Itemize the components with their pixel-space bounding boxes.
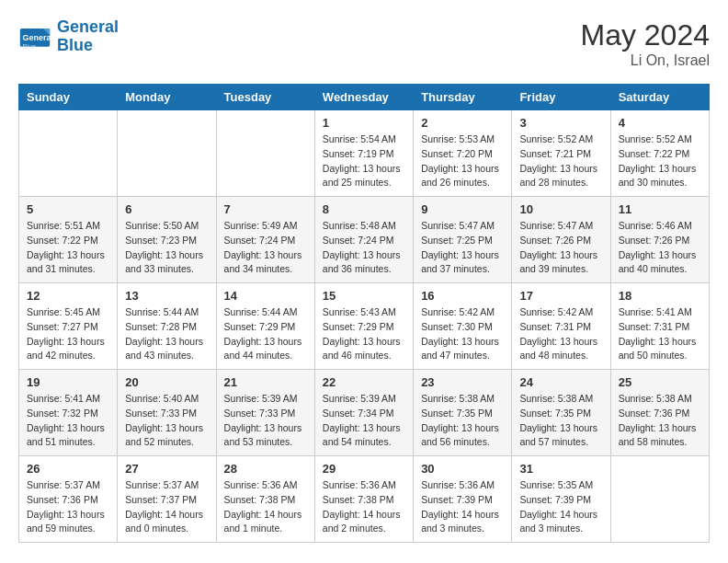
day-info: Sunrise: 5:53 AMSunset: 7:20 PMDaylight:… xyxy=(421,132,504,190)
svg-text:Blue: Blue xyxy=(23,41,36,50)
calendar-cell: 16Sunrise: 5:42 AMSunset: 7:30 PMDayligh… xyxy=(414,283,512,370)
day-number: 7 xyxy=(224,202,307,216)
calendar-cell: 13Sunrise: 5:44 AMSunset: 7:28 PMDayligh… xyxy=(118,283,216,370)
calendar-cell xyxy=(19,110,118,197)
day-info: Sunrise: 5:41 AMSunset: 7:32 PMDaylight:… xyxy=(27,392,109,450)
day-info: Sunrise: 5:41 AMSunset: 7:31 PMDaylight:… xyxy=(619,305,701,363)
day-info: Sunrise: 5:45 AMSunset: 7:27 PMDaylight:… xyxy=(27,305,109,363)
calendar-cell: 15Sunrise: 5:43 AMSunset: 7:29 PMDayligh… xyxy=(314,283,413,370)
calendar-cell: 31Sunrise: 5:35 AMSunset: 7:39 PMDayligh… xyxy=(512,456,610,543)
day-number: 23 xyxy=(421,375,504,389)
day-info: Sunrise: 5:42 AMSunset: 7:30 PMDaylight:… xyxy=(421,305,504,363)
day-info: Sunrise: 5:37 AMSunset: 7:37 PMDaylight:… xyxy=(125,478,208,536)
calendar-table: SundayMondayTuesdayWednesdayThursdayFrid… xyxy=(18,84,710,543)
weekday-header-row: SundayMondayTuesdayWednesdayThursdayFrid… xyxy=(19,85,710,110)
day-number: 5 xyxy=(27,202,109,216)
calendar-cell: 6Sunrise: 5:50 AMSunset: 7:23 PMDaylight… xyxy=(118,197,216,283)
calendar-cell: 27Sunrise: 5:37 AMSunset: 7:37 PMDayligh… xyxy=(118,456,216,543)
calendar-cell: 5Sunrise: 5:51 AMSunset: 7:22 PMDaylight… xyxy=(19,197,118,283)
day-number: 14 xyxy=(224,289,307,303)
day-info: Sunrise: 5:54 AMSunset: 7:19 PMDaylight:… xyxy=(323,132,405,190)
calendar-cell: 21Sunrise: 5:39 AMSunset: 7:33 PMDayligh… xyxy=(216,370,314,456)
weekday-header: Friday xyxy=(512,85,610,110)
logo-general: General xyxy=(57,17,119,36)
day-info: Sunrise: 5:35 AMSunset: 7:39 PMDaylight:… xyxy=(519,478,602,536)
day-number: 24 xyxy=(519,375,602,389)
svg-text:General: General xyxy=(23,32,52,41)
calendar-cell: 25Sunrise: 5:38 AMSunset: 7:36 PMDayligh… xyxy=(610,370,709,456)
month-year: May 2024 xyxy=(580,18,710,52)
day-info: Sunrise: 5:51 AMSunset: 7:22 PMDaylight:… xyxy=(27,219,109,277)
day-number: 12 xyxy=(27,289,109,303)
calendar-cell: 29Sunrise: 5:36 AMSunset: 7:38 PMDayligh… xyxy=(314,456,413,543)
calendar-cell xyxy=(610,456,709,543)
calendar-week-row: 5Sunrise: 5:51 AMSunset: 7:22 PMDaylight… xyxy=(19,197,710,283)
calendar-week-row: 12Sunrise: 5:45 AMSunset: 7:27 PMDayligh… xyxy=(19,283,710,370)
day-number: 4 xyxy=(619,116,701,130)
calendar-cell: 14Sunrise: 5:44 AMSunset: 7:29 PMDayligh… xyxy=(216,283,314,370)
calendar-cell: 2Sunrise: 5:53 AMSunset: 7:20 PMDaylight… xyxy=(414,110,512,197)
day-number: 30 xyxy=(421,462,504,476)
day-info: Sunrise: 5:42 AMSunset: 7:31 PMDaylight:… xyxy=(519,305,602,363)
day-number: 25 xyxy=(619,375,701,389)
calendar-cell: 9Sunrise: 5:47 AMSunset: 7:25 PMDaylight… xyxy=(414,197,512,283)
calendar-cell: 19Sunrise: 5:41 AMSunset: 7:32 PMDayligh… xyxy=(19,370,118,456)
calendar-cell: 26Sunrise: 5:37 AMSunset: 7:36 PMDayligh… xyxy=(19,456,118,543)
calendar-header: SundayMondayTuesdayWednesdayThursdayFrid… xyxy=(19,85,710,110)
logo: General Blue General Blue xyxy=(18,18,119,55)
day-info: Sunrise: 5:44 AMSunset: 7:28 PMDaylight:… xyxy=(125,305,208,363)
day-info: Sunrise: 5:49 AMSunset: 7:24 PMDaylight:… xyxy=(224,219,307,277)
day-number: 6 xyxy=(125,202,208,216)
day-info: Sunrise: 5:38 AMSunset: 7:35 PMDaylight:… xyxy=(519,392,602,450)
day-info: Sunrise: 5:46 AMSunset: 7:26 PMDaylight:… xyxy=(619,219,701,277)
calendar-cell: 24Sunrise: 5:38 AMSunset: 7:35 PMDayligh… xyxy=(512,370,610,456)
day-number: 28 xyxy=(224,462,307,476)
day-number: 26 xyxy=(27,462,109,476)
calendar-cell: 4Sunrise: 5:52 AMSunset: 7:22 PMDaylight… xyxy=(610,110,709,197)
logo-blue: Blue xyxy=(57,36,93,54)
day-number: 10 xyxy=(519,202,602,216)
day-info: Sunrise: 5:44 AMSunset: 7:29 PMDaylight:… xyxy=(224,305,307,363)
day-number: 27 xyxy=(125,462,208,476)
calendar-cell: 20Sunrise: 5:40 AMSunset: 7:33 PMDayligh… xyxy=(118,370,216,456)
logo-icon: General Blue xyxy=(18,20,51,53)
calendar-body: 1Sunrise: 5:54 AMSunset: 7:19 PMDaylight… xyxy=(19,110,710,543)
day-number: 22 xyxy=(323,375,405,389)
day-number: 1 xyxy=(323,116,405,130)
day-number: 11 xyxy=(619,202,701,216)
day-info: Sunrise: 5:52 AMSunset: 7:21 PMDaylight:… xyxy=(519,132,602,190)
calendar-week-row: 1Sunrise: 5:54 AMSunset: 7:19 PMDaylight… xyxy=(19,110,710,197)
day-number: 21 xyxy=(224,375,307,389)
day-number: 16 xyxy=(421,289,504,303)
day-number: 19 xyxy=(27,375,109,389)
day-number: 3 xyxy=(519,116,602,130)
weekday-header: Saturday xyxy=(610,85,709,110)
day-number: 15 xyxy=(323,289,405,303)
page-header: General Blue General Blue May 2024 Li On… xyxy=(18,18,710,69)
calendar-cell: 17Sunrise: 5:42 AMSunset: 7:31 PMDayligh… xyxy=(512,283,610,370)
day-number: 31 xyxy=(519,462,602,476)
calendar-cell: 23Sunrise: 5:38 AMSunset: 7:35 PMDayligh… xyxy=(414,370,512,456)
weekday-header: Monday xyxy=(118,85,216,110)
weekday-header: Thursday xyxy=(414,85,512,110)
day-number: 13 xyxy=(125,289,208,303)
day-number: 29 xyxy=(323,462,405,476)
calendar-cell: 1Sunrise: 5:54 AMSunset: 7:19 PMDaylight… xyxy=(314,110,413,197)
title-block: May 2024 Li On, Israel xyxy=(580,18,710,69)
day-number: 18 xyxy=(619,289,701,303)
day-info: Sunrise: 5:47 AMSunset: 7:25 PMDaylight:… xyxy=(421,219,504,277)
calendar-cell: 10Sunrise: 5:47 AMSunset: 7:26 PMDayligh… xyxy=(512,197,610,283)
day-info: Sunrise: 5:36 AMSunset: 7:38 PMDaylight:… xyxy=(323,478,405,536)
day-info: Sunrise: 5:43 AMSunset: 7:29 PMDaylight:… xyxy=(323,305,405,363)
calendar-week-row: 26Sunrise: 5:37 AMSunset: 7:36 PMDayligh… xyxy=(19,456,710,543)
calendar-cell xyxy=(216,110,314,197)
logo-text: General Blue xyxy=(57,18,119,55)
day-info: Sunrise: 5:39 AMSunset: 7:33 PMDaylight:… xyxy=(224,392,307,450)
day-info: Sunrise: 5:36 AMSunset: 7:38 PMDaylight:… xyxy=(224,478,307,536)
day-info: Sunrise: 5:47 AMSunset: 7:26 PMDaylight:… xyxy=(519,219,602,277)
day-number: 20 xyxy=(125,375,208,389)
calendar-cell: 22Sunrise: 5:39 AMSunset: 7:34 PMDayligh… xyxy=(314,370,413,456)
day-info: Sunrise: 5:36 AMSunset: 7:39 PMDaylight:… xyxy=(421,478,504,536)
day-number: 8 xyxy=(323,202,405,216)
calendar-cell: 28Sunrise: 5:36 AMSunset: 7:38 PMDayligh… xyxy=(216,456,314,543)
